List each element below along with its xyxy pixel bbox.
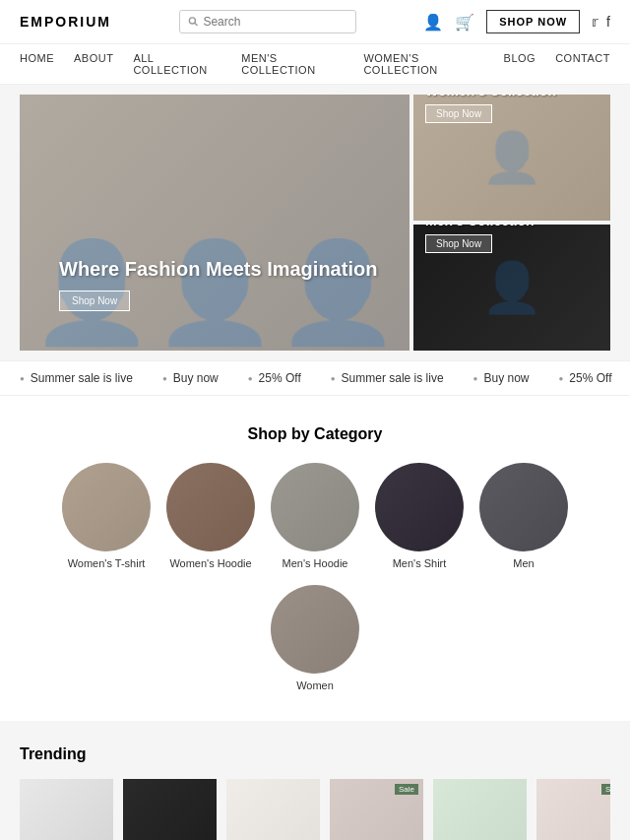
category-label-5: Men (513, 557, 534, 569)
hero-womens-card: 👤 Women's Collection Shop Now (413, 95, 610, 221)
womens-shop-btn[interactable]: Shop Now (425, 104, 492, 123)
header-right: 👤 🛒 SHOP NOW 𝕣 f (423, 10, 610, 33)
ticker-item-5: ● Buy now (473, 371, 530, 385)
product-6[interactable]: Sale Celestial Cascade $50.00 $60.00 (536, 779, 610, 840)
product-img-2 (123, 779, 217, 840)
ticker-item-6: ● 25% Off (558, 371, 611, 385)
hero-section: 👤👤👤 Where Fashion Meets Imagination Shop… (0, 85, 630, 360)
svg-point-0 (189, 18, 195, 24)
product-img-4: Sale (330, 779, 423, 840)
mens-shop-btn[interactable]: Shop Now (425, 234, 492, 253)
twitter-icon[interactable]: 𝕣 (592, 14, 598, 30)
ticker-bar: ● Summer sale is live ● Buy now ● 25% Of… (0, 360, 630, 396)
product-5[interactable]: Starlight Sequin Dress $70.00 (433, 779, 527, 840)
product-4[interactable]: Sale Velvet Dream $150.00 $160.00 (330, 779, 423, 840)
svg-line-1 (194, 23, 197, 26)
product-1[interactable]: White Hoodie T-Shirt $120.00 (20, 779, 113, 840)
hero-main-btn[interactable]: Shop Now (59, 291, 130, 311)
trending-section: Trending White Hoodie T-Shirt $120.00 Mo… (0, 721, 630, 840)
facebook-icon[interactable]: f (606, 14, 610, 30)
category-women[interactable]: Women (271, 585, 359, 691)
ticker-item-2: ● Buy now (162, 371, 219, 385)
category-men[interactable]: Men (479, 463, 568, 569)
product-img-3 (226, 779, 320, 840)
nav-womens-collection[interactable]: WOMEN'S COLLECTION (363, 52, 483, 76)
product-img-5 (433, 779, 527, 840)
womens-collection-title: Women's Collection (425, 95, 610, 98)
hero-side: 👤 Women's Collection Shop Now 👤 Men's Co… (413, 95, 610, 351)
product-2[interactable]: Modern Minimalist T-Shirt $50.00 (123, 779, 217, 840)
category-label-4: Men's Shirt (393, 557, 447, 569)
nav-blog[interactable]: BLOG (504, 52, 536, 76)
cart-icon[interactable]: 🛒 (455, 13, 474, 32)
hero-main: 👤👤👤 Where Fashion Meets Imagination Shop… (20, 95, 410, 351)
ticker-item-4: ● Summer sale is live (331, 371, 444, 385)
categories-section: Shop by Category Women's T-shirt Women's… (0, 396, 630, 721)
ticker-content: ● Summer sale is live ● Buy now ● 25% Of… (0, 371, 630, 385)
shop-now-button[interactable]: SHOP NOW (486, 10, 580, 33)
search-bar[interactable] (179, 10, 356, 33)
category-circle-3 (271, 463, 359, 551)
nav-contact[interactable]: CONTACT (555, 52, 610, 76)
category-label-3: Men's Hoodie (283, 557, 348, 569)
categories-title: Shop by Category (20, 425, 610, 443)
nav-mens-collection[interactable]: MEN'S COLLECTION (241, 52, 344, 76)
logo: EMPORIUM (20, 14, 111, 30)
category-womens-tshirt[interactable]: Women's T-shirt (62, 463, 151, 569)
ticker-item-1: ● Summer sale is live (20, 371, 133, 385)
product-img-6: Sale (536, 779, 610, 840)
product-3[interactable]: Urban Explorer Shirt $80.00 (226, 779, 320, 840)
category-mens-hoodie[interactable]: Men's Hoodie (271, 463, 359, 569)
mens-collection-title: Men's Collection (425, 225, 610, 228)
category-label-2: Women's Hoodie (169, 557, 251, 569)
nav-home[interactable]: HOME (20, 52, 54, 76)
category-womens-hoodie[interactable]: Women's Hoodie (166, 463, 255, 569)
sale-badge-4: Sale (395, 784, 418, 795)
category-circle-1 (62, 463, 151, 551)
category-label-6: Women (296, 679, 334, 691)
hero-mens-card: 👤 Men's Collection Shop Now (413, 225, 610, 351)
sale-badge-6: Sale (601, 784, 610, 795)
search-icon (188, 16, 199, 28)
category-circle-4 (375, 463, 464, 551)
category-grid: Women's T-shirt Women's Hoodie Men's Hoo… (20, 463, 610, 691)
social-icons: 𝕣 f (592, 14, 610, 30)
category-circle-5 (479, 463, 568, 551)
main-nav: HOME ABOUT ALL COLLECTION MEN'S COLLECTI… (0, 44, 630, 85)
trending-title: Trending (20, 745, 610, 763)
category-mens-shirt[interactable]: Men's Shirt (375, 463, 464, 569)
nav-about[interactable]: ABOUT (74, 52, 113, 76)
products-grid: White Hoodie T-Shirt $120.00 Modern Mini… (20, 779, 610, 840)
product-img-1 (20, 779, 113, 840)
ticker-item-3: ● 25% Off (248, 371, 301, 385)
header: EMPORIUM 👤 🛒 SHOP NOW 𝕣 f (0, 0, 630, 44)
nav-all-collection[interactable]: ALL COLLECTION (133, 52, 221, 76)
hero-headline: Where Fashion Meets Imagination (59, 258, 377, 281)
user-icon[interactable]: 👤 (423, 13, 443, 32)
category-circle-2 (166, 463, 255, 551)
category-circle-6 (271, 585, 359, 674)
search-input[interactable] (203, 15, 346, 29)
category-label-1: Women's T-shirt (68, 557, 146, 569)
